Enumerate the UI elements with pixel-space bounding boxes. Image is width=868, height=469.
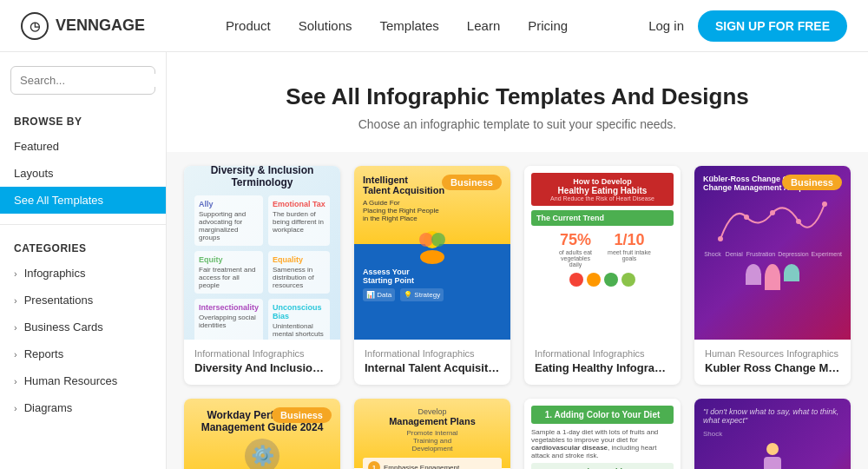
page-subtitle: Choose an infographic template to suit y… xyxy=(184,117,851,131)
svg-point-6 xyxy=(770,210,775,215)
sidebar-item-featured-label: Featured xyxy=(14,140,59,153)
sidebar-item-see-all-label: See All Templates xyxy=(14,194,103,207)
chevron-icon: › xyxy=(14,295,17,306)
card-body: Informational Infographics Internal Tale… xyxy=(354,340,510,385)
search-input[interactable] xyxy=(20,74,166,87)
card-body: Informational Infographics Eating Health… xyxy=(524,340,681,385)
sidebar-cat-business-cards-label: Business Cards xyxy=(24,320,103,334)
chevron-icon: › xyxy=(14,403,17,413)
sidebar: 🔍 BROWSE BY Featured Layouts See All Tem… xyxy=(0,52,167,469)
sidebar-cat-diagrams[interactable]: › Diagrams xyxy=(0,394,166,421)
chevron-icon: › xyxy=(14,322,17,333)
main-header: See All Infographic Templates And Design… xyxy=(167,52,868,152)
template-grid: Diversity & InclusionTerminology Ally Su… xyxy=(167,152,868,469)
business-badge: Business xyxy=(442,175,502,190)
nav-learn[interactable]: Learn xyxy=(467,18,500,33)
sidebar-cat-presentations-label: Presentations xyxy=(24,294,94,307)
template-card[interactable]: Kübler-Ross Change Curve forChange Manag… xyxy=(694,166,851,385)
login-button[interactable]: Log in xyxy=(648,18,684,33)
sidebar-cat-reports-label: Reports xyxy=(24,347,64,360)
card-title: Internal Talent Acquisition I... xyxy=(365,361,500,374)
card-category: Informational Infographics xyxy=(194,348,330,359)
browse-by-label: BROWSE BY xyxy=(0,109,166,133)
svg-point-5 xyxy=(744,215,749,220)
sidebar-item-see-all[interactable]: See All Templates xyxy=(0,187,166,214)
business-badge: Business xyxy=(272,407,332,423)
nav-templates[interactable]: Templates xyxy=(379,18,438,33)
sidebar-cat-business-cards[interactable]: › Business Cards xyxy=(0,314,166,340)
page-title: See All Infographic Templates And Design… xyxy=(184,83,851,110)
template-card[interactable]: "I don't know what to say, what to think… xyxy=(694,399,851,469)
svg-point-8 xyxy=(822,201,827,207)
template-card[interactable]: 1. Adding Color to Your Diet Sample a 1-… xyxy=(524,399,681,469)
sidebar-cat-human-resources[interactable]: › Human Resources xyxy=(0,367,166,394)
card-body: Human Resources Infographics Kubler Ross… xyxy=(694,340,851,385)
card-title: Eating Healthy Infographic xyxy=(535,361,670,374)
template-card[interactable]: Develop Management Plans Promote Interna… xyxy=(354,399,510,469)
svg-point-7 xyxy=(796,219,801,224)
nav-solutions[interactable]: Solutions xyxy=(299,18,352,33)
nav-product[interactable]: Product xyxy=(226,18,271,33)
nav-pricing[interactable]: Pricing xyxy=(528,18,568,33)
card-category: Human Resources Infographics xyxy=(705,348,840,359)
sidebar-cat-diagrams-label: Diagrams xyxy=(24,401,73,414)
sidebar-cat-reports[interactable]: › Reports xyxy=(0,340,166,367)
card-mock-title: Diversity & InclusionTerminology xyxy=(211,166,314,188)
sidebar-cat-presentations[interactable]: › Presentations xyxy=(0,287,166,314)
sidebar-divider xyxy=(0,224,166,225)
sidebar-item-featured[interactable]: Featured xyxy=(0,133,166,160)
template-card[interactable]: Diversity & InclusionTerminology Ally Su… xyxy=(184,166,340,385)
card-body: Informational Infographics Diversity And… xyxy=(184,340,340,385)
svg-point-3 xyxy=(431,233,445,247)
header-actions: Log in SIGN UP FOR FREE xyxy=(648,10,847,42)
main-content: See All Infographic Templates And Design… xyxy=(167,52,868,469)
card-mock-header: How to Develop Healthy Eating Habits And… xyxy=(531,173,674,206)
chevron-icon: › xyxy=(14,349,17,360)
logo-text: VENNGAGE xyxy=(56,17,145,35)
logo-icon: ◷ xyxy=(21,12,49,40)
card-category: Informational Infographics xyxy=(535,348,670,359)
sidebar-cat-infographics[interactable]: › Infographics xyxy=(0,260,166,287)
chevron-icon: › xyxy=(14,268,17,279)
sidebar-item-layouts-label: Layouts xyxy=(14,167,54,180)
svg-point-1 xyxy=(420,250,444,264)
logo[interactable]: ◷ VENNGAGE xyxy=(21,12,145,40)
svg-point-4 xyxy=(718,236,723,241)
business-badge: Business xyxy=(782,175,842,190)
card-mock-header: Develop Management Plans Promote Interna… xyxy=(363,407,502,452)
template-card[interactable]: How to Develop Healthy Eating Habits And… xyxy=(524,166,681,385)
sidebar-cat-human-resources-label: Human Resources xyxy=(24,374,118,387)
template-card[interactable]: Workday PerformanceManagement Guide 2024… xyxy=(184,399,340,469)
categories-label: CATEGORIES xyxy=(0,235,166,260)
sidebar-item-layouts[interactable]: Layouts xyxy=(0,160,166,187)
card-category: Informational Infographics xyxy=(365,348,500,359)
card-mock-header: 1. Adding Color to Your Diet xyxy=(531,406,674,424)
main-nav: Product Solutions Templates Learn Pricin… xyxy=(226,18,568,33)
page-body: 🔍 BROWSE BY Featured Layouts See All Tem… xyxy=(0,52,868,469)
sidebar-cat-infographics-label: Infographics xyxy=(24,267,86,280)
card-title: Diversity And Inclusion Term... xyxy=(194,361,330,374)
chevron-icon: › xyxy=(14,376,17,386)
search-container: 🔍 xyxy=(10,66,155,95)
card-mock-quote: "I don't know what to say, what to think… xyxy=(703,407,842,425)
signup-button[interactable]: SIGN UP FOR FREE xyxy=(698,10,847,42)
card-title: Kubler Ross Change Manag... xyxy=(705,361,840,374)
svg-point-2 xyxy=(419,233,433,247)
header: ◷ VENNGAGE Product Solutions Templates L… xyxy=(0,0,868,52)
template-card[interactable]: IntelligentTalent Acquisition A Guide Fo… xyxy=(354,166,510,385)
